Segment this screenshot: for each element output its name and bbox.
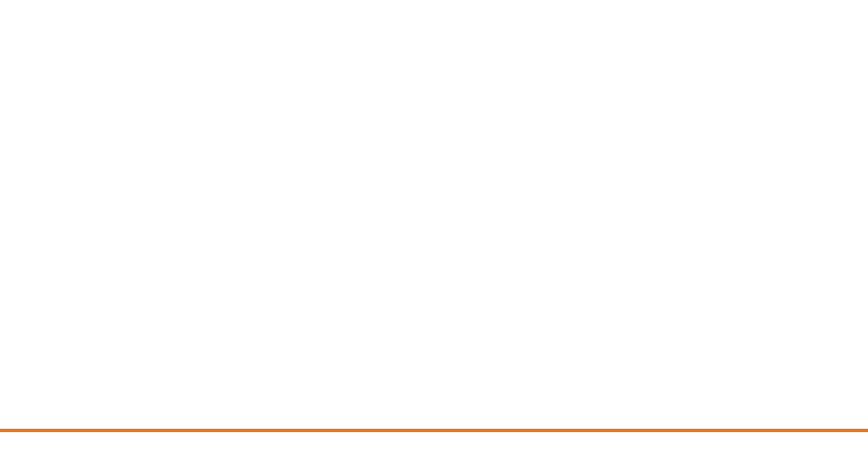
diagram-container [0, 0, 868, 432]
bottom-bar [0, 429, 868, 432]
